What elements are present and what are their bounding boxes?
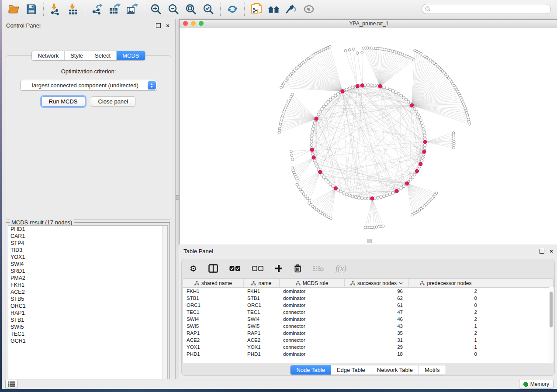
table-cell: 1: [409, 337, 483, 343]
open-session-icon[interactable]: [5, 2, 23, 17]
window-zoom-icon[interactable]: [199, 21, 204, 26]
mcds-result-item[interactable]: PMA2: [8, 275, 167, 282]
mcds-result-item[interactable]: RAP1: [8, 309, 167, 316]
attribute-tree-icon: [251, 281, 256, 285]
search-input[interactable]: [431, 6, 547, 13]
import-table-icon[interactable]: [64, 2, 82, 17]
table-row[interactable]: PHD1PHD1dominator180: [183, 351, 553, 358]
mcds-result-item[interactable]: PHD1: [8, 226, 167, 233]
table-scrollbar-thumb[interactable]: [550, 292, 553, 327]
search-box[interactable]: [422, 4, 551, 14]
ndex-home-icon[interactable]: [265, 2, 283, 17]
tab-network[interactable]: Network: [32, 51, 65, 60]
memory-button[interactable]: Memory: [519, 380, 554, 389]
mcds-list-scrollbar[interactable]: [162, 226, 167, 382]
mcds-result-item[interactable]: ACE2: [8, 289, 167, 296]
criterion-value: largest connected component (undirected): [21, 82, 148, 89]
float-panel-icon[interactable]: [155, 22, 161, 28]
ndex-import-icon[interactable]: [248, 2, 265, 17]
column-header-name[interactable]: name: [244, 279, 280, 287]
tab-select[interactable]: Select: [89, 51, 117, 60]
table-row[interactable]: SWI4SWI4dominator462: [183, 316, 553, 323]
mcds-result-item[interactable]: STB5: [8, 296, 167, 303]
table-settings-icon[interactable]: ⚙: [190, 263, 197, 274]
mcds-result-item[interactable]: SWI5: [8, 323, 167, 330]
attribute-tree-icon: [350, 281, 355, 285]
table-cell: connector: [280, 309, 345, 315]
mcds-result-item[interactable]: SRD1: [8, 268, 167, 275]
mcds-result-item[interactable]: GCR1: [8, 337, 167, 344]
network-canvas[interactable]: [180, 28, 557, 244]
zoom-out-icon[interactable]: [165, 2, 182, 17]
close-table-panel-icon[interactable]: ×: [548, 248, 554, 254]
window-close-icon[interactable]: [183, 21, 188, 26]
mcds-result-item[interactable]: STB1: [8, 316, 167, 323]
tab-style[interactable]: Style: [65, 51, 89, 60]
table-cell: 2: [409, 330, 483, 336]
table-row[interactable]: ACE2ACE2connector311: [183, 337, 553, 344]
mcds-result-item[interactable]: FKH1: [8, 282, 167, 289]
close-panel-icon[interactable]: ×: [165, 22, 171, 28]
column-header-successor-nodes[interactable]: successor nodes: [345, 279, 409, 287]
table-cell: 31: [345, 337, 409, 343]
column-header-shared-name[interactable]: shared name: [183, 279, 244, 287]
table-cell: STB1: [183, 296, 244, 301]
export-image-icon[interactable]: [123, 2, 141, 17]
deselect-all-icon[interactable]: [252, 263, 263, 274]
save-session-icon[interactable]: [23, 2, 40, 17]
bird-eye-icon[interactable]: [300, 2, 318, 17]
add-column-icon[interactable]: [275, 263, 283, 274]
network-window-titlebar[interactable]: YPA_prune.txt_1: [180, 20, 557, 28]
attribute-tree-icon: [296, 281, 301, 285]
delete-column-icon[interactable]: [294, 263, 301, 274]
mcds-result-item[interactable]: STP4: [8, 240, 167, 247]
criterion-dropdown[interactable]: largest connected component (undirected): [20, 80, 157, 91]
select-all-icon[interactable]: [229, 263, 241, 274]
table-row[interactable]: TEC1TEC1connector472: [183, 309, 553, 316]
hide-details-icon[interactable]: [283, 2, 300, 17]
table-cell: YOX1: [244, 344, 280, 350]
mcds-result-group: MCDS result (17 nodes) PHD1CAR1STP4TID3Y…: [6, 222, 170, 385]
fit-content-icon[interactable]: [182, 2, 200, 17]
mcds-result-item[interactable]: CAR1: [8, 233, 167, 240]
tab-network-table[interactable]: Network Table: [371, 365, 419, 375]
control-panel-tabs: NetworkStyleSelectMCDS: [31, 51, 145, 61]
tab-motifs[interactable]: Motifs: [419, 365, 446, 375]
mcds-result-item[interactable]: SWI4: [8, 261, 167, 268]
table-row[interactable]: YOX1YOX1connector291: [183, 344, 553, 351]
export-network-icon[interactable]: [88, 2, 106, 17]
column-header-predecessor-nodes[interactable]: predecessor nodes: [409, 279, 483, 287]
table-row[interactable]: FKH1FKH1dominator962: [183, 288, 553, 295]
column-header-MCDS-role[interactable]: MCDS role: [280, 279, 345, 287]
mcds-result-item[interactable]: ORC1: [8, 303, 167, 309]
function-builder-icon: f(x): [336, 263, 346, 274]
window-minimize-icon[interactable]: [191, 21, 196, 26]
apply-layout-icon[interactable]: [224, 2, 241, 17]
table-cell: dominator: [280, 296, 345, 301]
table-cell: 2: [409, 309, 483, 315]
tab-mcds[interactable]: MCDS: [117, 51, 145, 60]
table-cell: dominator: [280, 351, 345, 357]
table-row[interactable]: RAP1RAP1dominator352: [183, 330, 553, 337]
mcds-result-item[interactable]: TID3: [8, 247, 167, 254]
import-network-icon[interactable]: [47, 2, 64, 17]
show-columns-icon[interactable]: [208, 263, 218, 274]
table-row[interactable]: ORC1ORC1dominator610: [183, 302, 553, 309]
fit-selected-icon[interactable]: [200, 2, 217, 17]
task-history-button[interactable]: [5, 380, 17, 389]
mcds-result-item[interactable]: TEC1: [8, 330, 167, 337]
mcds-result-item[interactable]: YOX1: [8, 254, 167, 261]
float-table-panel-icon[interactable]: [539, 248, 545, 254]
tab-node-table[interactable]: Node Table: [291, 365, 331, 375]
tab-edge-table[interactable]: Edge Table: [331, 365, 371, 375]
export-table-icon[interactable]: [106, 2, 123, 17]
table-row[interactable]: STB1STB1dominator620: [183, 295, 553, 302]
close-panel-button[interactable]: Close panel: [91, 96, 136, 107]
canvas-scroll-handle[interactable]: [367, 239, 372, 243]
network-graph[interactable]: [180, 28, 557, 244]
memory-status-icon: [523, 382, 528, 387]
run-mcds-button[interactable]: Run MCDS: [42, 96, 85, 107]
zoom-in-icon[interactable]: [147, 2, 165, 17]
table-scrollbar[interactable]: [549, 287, 554, 362]
table-row[interactable]: SWI5SWI5connector431: [183, 323, 553, 330]
